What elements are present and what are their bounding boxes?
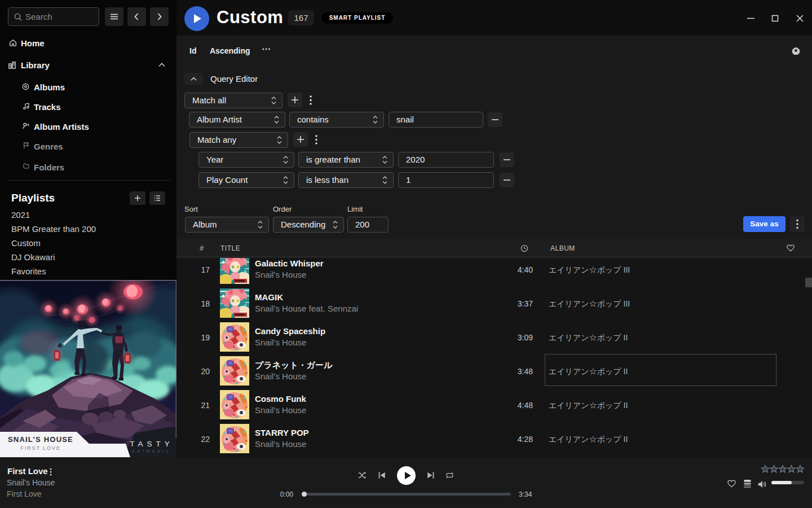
svg-text:TASTY: TASTY bbox=[130, 440, 174, 448]
svg-text:FIRST LOVE: FIRST LOVE bbox=[20, 445, 60, 451]
svg-text:SNAIL’S HOUSE: SNAIL’S HOUSE bbox=[8, 435, 73, 444]
svg-text:EATMUSIC: EATMUSIC bbox=[132, 449, 171, 453]
